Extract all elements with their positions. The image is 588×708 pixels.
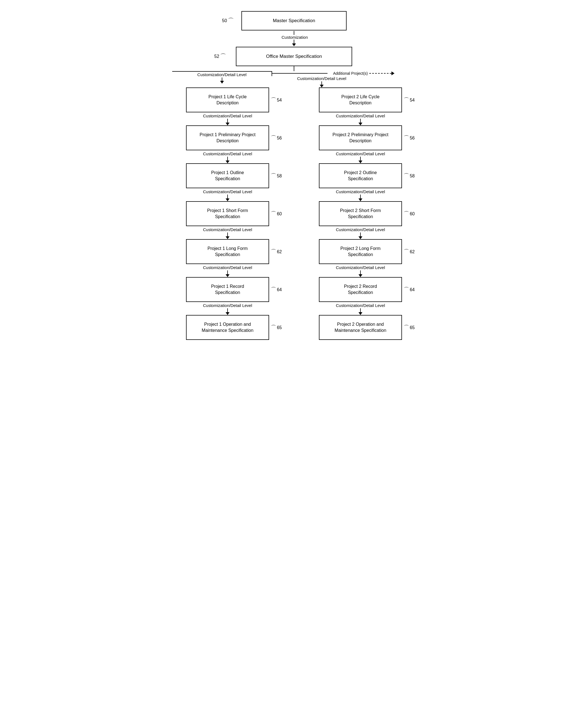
num-60-p1: 60 [277,211,282,216]
num-60-p2: 60 [410,211,415,216]
cust-detail-p1-2: Customization/Detail Level [203,151,252,156]
num-65-p1: 65 [277,325,282,330]
num-54-p2: 54 [410,97,415,102]
cust-detail-p2-from-office: Customization/Detail Level [297,76,346,81]
office-master-box: Office Master Specification [236,47,352,66]
num-50: 50 [222,18,227,23]
p1-outline-box: Project 1 OutlineSpecification [186,163,269,188]
p2-record-box: Project 2 RecordSpecification [319,277,402,302]
p2-prelim-label: Project 2 Preliminary ProjectDescription [332,132,388,144]
p1-om-label: Project 1 Operation andMaintenance Speci… [202,321,254,333]
master-spec-label: Master Specification [273,18,315,24]
num-62-p1: 62 [277,249,282,254]
cust-detail-p1-4: Customization/Detail Level [203,227,252,232]
p1-short-label: Project 1 Short FormSpecification [207,208,248,219]
cust-detail-p1-5: Customization/Detail Level [203,265,252,270]
p1-prelim-box: Project 1 Preliminary ProjectDescription [186,125,269,150]
num-54-p1: 54 [277,97,282,102]
num-52: 52 [214,54,219,59]
p2-long-box: Project 2 Long FormSpecification [319,239,402,264]
specification-diagram: 50 ⌒ Master Specification Customization … [170,5,418,351]
num-58-p2: 58 [410,173,415,178]
cust-detail-p2-3: Customization/Detail Level [336,189,385,194]
num-58-p1: 58 [277,173,282,178]
cust-detail-p2-1: Customization/Detail Level [336,114,385,118]
p2-outline-box: Project 2 OutlineSpecification [319,163,402,188]
master-spec-box: Master Specification [241,11,347,30]
cust-detail-p2-4: Customization/Detail Level [336,227,385,232]
p1-outline-label: Project 1 OutlineSpecification [211,170,244,182]
p2-lifecycle-box: Project 2 Life CycleDescription [319,87,402,112]
cust-detail-p1-6: Customization/Detail Level [203,303,252,308]
p1-lifecycle-box: Project 1 Life CycleDescription [186,87,269,112]
num-62-p2: 62 [410,249,415,254]
p2-om-box: Project 2 Operation andMaintenance Speci… [319,315,402,340]
cust-detail-p2-5: Customization/Detail Level [336,265,385,270]
num-56-p2: 56 [410,135,415,140]
office-master-label: Office Master Specification [266,53,322,60]
p1-record-label: Project 1 RecordSpecification [211,284,244,295]
p1-lifecycle-label: Project 1 Life CycleDescription [208,94,247,106]
p1-prelim-label: Project 1 Preliminary ProjectDescription [200,132,256,144]
p1-short-box: Project 1 Short FormSpecification [186,201,269,226]
p1-long-box: Project 1 Long FormSpecification [186,239,269,264]
num-56-p1: 56 [277,135,282,140]
num-64-p2: 64 [410,287,415,292]
cust-detail-p2-2: Customization/Detail Level [336,151,385,156]
cust-detail-p1-from-office: Customization/Detail Level [197,72,247,77]
p1-om-box: Project 1 Operation andMaintenance Speci… [186,315,269,340]
additional-projects-label: Additional Project(s) [333,71,368,76]
p2-long-label: Project 2 Long FormSpecification [341,245,381,257]
cust-detail-p1-1: Customization/Detail Level [203,114,252,118]
p1-record-box: Project 1 RecordSpecification [186,277,269,302]
p2-lifecycle-label: Project 2 Life CycleDescription [341,94,380,106]
p2-short-label: Project 2 Short FormSpecification [340,208,381,219]
p2-short-box: Project 2 Short FormSpecification [319,201,402,226]
p2-outline-label: Project 2 OutlineSpecification [344,170,377,182]
cust-detail-p1-3: Customization/Detail Level [203,189,252,194]
p1-long-label: Project 1 Long FormSpecification [208,245,248,257]
p2-record-label: Project 2 RecordSpecification [344,284,377,295]
customization-label: Customization [282,35,308,39]
num-65-p2: 65 [410,325,415,330]
p2-om-label: Project 2 Operation andMaintenance Speci… [335,321,386,333]
num-64-p1: 64 [277,287,282,292]
cust-detail-p2-6: Customization/Detail Level [336,303,385,308]
p2-prelim-box: Project 2 Preliminary ProjectDescription [319,125,402,150]
